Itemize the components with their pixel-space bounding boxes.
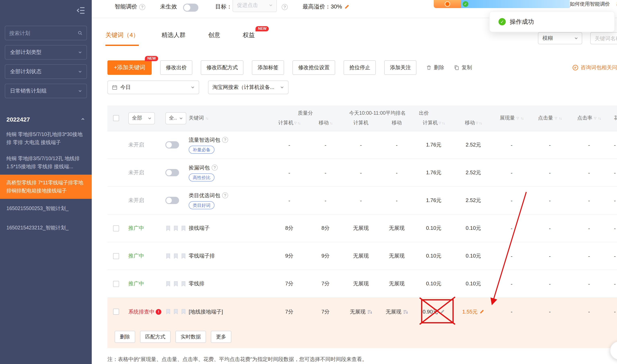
keyword-name[interactable]: 接线端子 bbox=[189, 225, 210, 232]
date-range-select[interactable]: 今日 bbox=[107, 80, 199, 94]
filter-icon[interactable]: ▽ bbox=[438, 121, 441, 125]
flag-icon[interactable] bbox=[173, 309, 179, 315]
wordpack-toggle[interactable] bbox=[165, 197, 179, 204]
tab-creative[interactable]: 创意 bbox=[208, 31, 220, 46]
delete-button[interactable]: 删除 bbox=[426, 64, 444, 71]
info-icon[interactable]: ! bbox=[156, 309, 161, 314]
plan-type-select[interactable]: 全部计划类型 bbox=[5, 45, 87, 60]
header-cost[interactable]: 花 bbox=[609, 115, 617, 121]
wordpack-toggle[interactable] bbox=[165, 169, 179, 176]
flag-icons[interactable] bbox=[165, 281, 186, 287]
flag-icon[interactable] bbox=[165, 225, 171, 231]
flag-icon[interactable] bbox=[165, 309, 171, 315]
flag-icon[interactable] bbox=[173, 281, 179, 287]
flag-icon[interactable] bbox=[173, 253, 179, 259]
promo-banner[interactable]: ✓ bbox=[434, 0, 570, 8]
header-quality-mobile[interactable]: 移动↑↓ bbox=[309, 119, 342, 126]
rank-detail-icon[interactable] bbox=[403, 309, 408, 314]
edit-icon[interactable] bbox=[479, 309, 484, 314]
filter-icon[interactable]: ▽ bbox=[294, 121, 296, 125]
consult-wordpack-link[interactable]: 咨询词包相关问 bbox=[572, 64, 617, 71]
help-icon[interactable]: ? bbox=[212, 165, 218, 171]
status-filter-select[interactable]: 全部 bbox=[128, 112, 155, 124]
header-clicks[interactable]: 点击量▽↑↓ bbox=[531, 115, 569, 121]
plan-status-select[interactable]: 全部计划状态 bbox=[5, 65, 87, 79]
header-bid-pc[interactable]: 计算机▽↑↓ bbox=[413, 119, 454, 126]
sidebar-plan-item-selected[interactable]: 高桥型零线排 7*11零线端子排零地排铜排配电箱接地接线端子 bbox=[0, 175, 92, 199]
help-link[interactable]: 如何使用智能调价 bbox=[570, 1, 610, 8]
help-icon[interactable]: ? bbox=[222, 137, 228, 143]
tab-keywords[interactable]: 关键词（4） bbox=[105, 31, 139, 46]
sort-icon[interactable]: ↑↓ bbox=[479, 121, 482, 125]
add-tag-button[interactable]: 添加标签 bbox=[252, 60, 284, 75]
tab-benefit[interactable]: 权益NEW bbox=[243, 31, 255, 46]
sidebar-plan-item[interactable]: 纯铜 零地排3/5/7/10/12孔 地线排1.5*15接地排 零线排 接线端.… bbox=[0, 151, 92, 175]
edit-icon[interactable] bbox=[439, 309, 445, 314]
strip-realtime-data-button[interactable]: 实时数据 bbox=[175, 331, 206, 343]
row-checkbox[interactable] bbox=[113, 281, 119, 287]
wordpack-toggle[interactable] bbox=[165, 141, 179, 148]
keyword-name[interactable]: 零线端子排 bbox=[189, 252, 215, 260]
search-icon[interactable] bbox=[78, 31, 82, 35]
row-checkbox[interactable] bbox=[113, 225, 119, 231]
edit-icon[interactable] bbox=[344, 4, 350, 10]
collapse-sidebar-icon[interactable] bbox=[77, 6, 86, 15]
add-keyword-button[interactable]: +添加关键词 NEW bbox=[107, 60, 152, 75]
filter-icon[interactable]: ▽ bbox=[594, 116, 596, 120]
modify-match-button[interactable]: 修改匹配方式 bbox=[201, 60, 244, 75]
sort-icon[interactable]: ↑↓ bbox=[297, 121, 300, 125]
flag-icon[interactable] bbox=[173, 225, 179, 231]
keyword-name-input[interactable] bbox=[590, 32, 617, 44]
sidebar-plan-item[interactable]: 1650215500253_智能计划_ bbox=[0, 199, 92, 218]
sort-icon[interactable]: ↑↓ bbox=[598, 116, 601, 120]
flag-icon[interactable] bbox=[181, 225, 186, 231]
flag-icon[interactable] bbox=[165, 253, 171, 259]
filter-icon[interactable]: ▽ bbox=[476, 121, 478, 125]
row-checkbox[interactable] bbox=[113, 309, 119, 315]
header-bid-mobile[interactable]: 移动▽↑↓ bbox=[454, 119, 492, 126]
plan-group-header[interactable]: 2022427 bbox=[0, 112, 92, 126]
modify-position-button[interactable]: 修改抢位设置 bbox=[293, 60, 335, 75]
flag-icons[interactable] bbox=[165, 253, 186, 259]
help-icon[interactable]: ? bbox=[282, 4, 288, 10]
modify-bid-button[interactable]: 修改出价 bbox=[160, 60, 192, 75]
sidebar-plan-item[interactable]: 1650215423212_智能计划_ bbox=[0, 218, 92, 237]
header-keyword[interactable]: 关键词↑↓ bbox=[189, 115, 269, 121]
target-select[interactable]: 促进点击 bbox=[232, 0, 277, 12]
filter-icon[interactable]: ▽ bbox=[516, 116, 519, 120]
keyword-name[interactable]: [地线接地端子] bbox=[189, 308, 223, 315]
flag-icons[interactable] bbox=[165, 225, 186, 231]
smart-bid-toggle[interactable] bbox=[183, 4, 198, 12]
flag-icon[interactable] bbox=[181, 309, 186, 315]
header-impressions[interactable]: 展现量▽↑↓ bbox=[492, 115, 531, 121]
flag-filter-select[interactable]: 全.. bbox=[165, 112, 186, 124]
select-all-checkbox[interactable] bbox=[113, 115, 119, 121]
strip-more-button[interactable]: 更多 bbox=[211, 331, 231, 343]
plan-group-select[interactable]: 日常销售计划组 bbox=[5, 84, 87, 98]
copy-button[interactable]: 复制 bbox=[454, 64, 472, 71]
sort-icon[interactable]: ↑↓ bbox=[559, 116, 562, 120]
flag-icon[interactable] bbox=[181, 253, 186, 259]
stop-position-button[interactable]: 抢位停止 bbox=[344, 60, 376, 75]
flag-icon[interactable] bbox=[181, 281, 186, 287]
sort-icon[interactable]: ↑↓ bbox=[206, 116, 208, 120]
add-follow-button[interactable]: 添加关注 bbox=[384, 60, 416, 75]
filter-icon[interactable]: ▽ bbox=[555, 116, 557, 120]
row-checkbox[interactable] bbox=[113, 253, 119, 259]
help-icon[interactable]: ? bbox=[139, 4, 145, 10]
plan-search-input[interactable] bbox=[9, 30, 75, 36]
flag-icons[interactable] bbox=[165, 309, 186, 315]
header-ctr[interactable]: 点击率▽↑↓ bbox=[569, 115, 609, 121]
keyword-name[interactable]: 零线排 bbox=[189, 280, 204, 287]
sidebar-plan-item[interactable]: 纯铜 零地排5/7/10孔地排3*30接地排 零排 大电流 接线端子 bbox=[0, 126, 92, 151]
sort-icon[interactable]: ↑↓ bbox=[521, 116, 524, 120]
match-type-select[interactable]: 模糊 bbox=[538, 32, 582, 44]
strip-match-type-button[interactable]: 匹配方式 bbox=[140, 331, 171, 343]
sort-icon[interactable]: ↑↓ bbox=[442, 121, 445, 125]
help-icon[interactable]: ? bbox=[222, 192, 228, 198]
flag-icon[interactable] bbox=[165, 281, 171, 287]
header-quality-pc[interactable]: 计算机▽↑↓ bbox=[269, 119, 309, 126]
channel-select[interactable]: 淘宝网搜索（计算机设备... bbox=[208, 80, 288, 94]
rank-detail-icon[interactable] bbox=[367, 309, 372, 314]
strip-delete-button[interactable]: 删除 bbox=[115, 331, 135, 343]
